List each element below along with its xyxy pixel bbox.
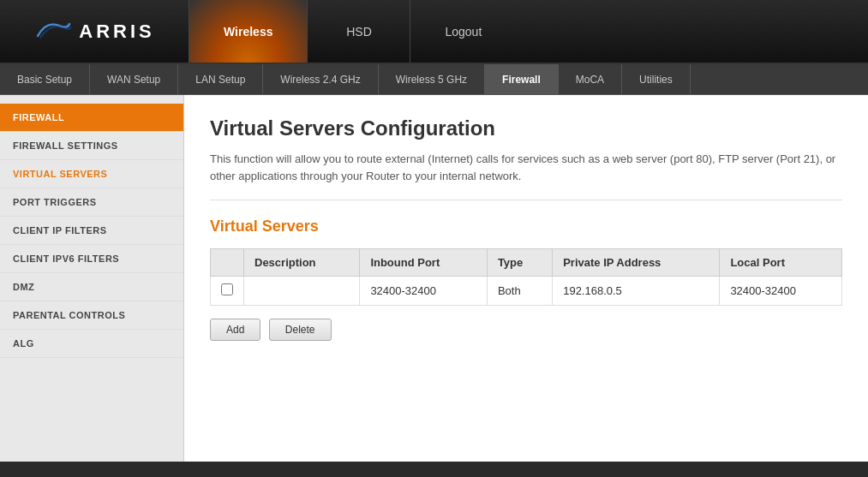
tab-firewall[interactable]: Firewall	[485, 64, 559, 94]
tab-basic-setup[interactable]: Basic Setup	[0, 64, 90, 94]
row-inbound-port: 32400-32400	[360, 277, 488, 306]
col-header-inbound-port: Inbound Port	[360, 249, 488, 277]
sidebar-item-virtual-servers[interactable]: VIRTUAL SERVERS	[0, 160, 183, 188]
top-nav-tabs: Wireless HSD Logout	[189, 0, 516, 63]
row-description	[244, 277, 360, 306]
row-type: Both	[487, 277, 552, 306]
sidebar-item-alg[interactable]: ALG	[0, 330, 183, 358]
button-row: Add Delete	[210, 319, 842, 341]
top-bar: ARRIS Wireless HSD Logout	[0, 0, 868, 64]
row-checkbox-cell	[211, 277, 244, 306]
col-header-type: Type	[487, 249, 552, 277]
sidebar: FIREWALL FIREWALL SETTINGS VIRTUAL SERVE…	[0, 95, 184, 477]
top-nav-tab-wireless[interactable]: Wireless	[189, 0, 307, 63]
delete-button[interactable]: Delete	[269, 319, 332, 341]
logo: ARRIS	[33, 19, 154, 45]
brand-name: ARRIS	[79, 21, 154, 43]
col-header-checkbox	[211, 249, 244, 277]
tab-moca[interactable]: MoCA	[559, 64, 622, 94]
sidebar-item-dmz[interactable]: DMZ	[0, 273, 183, 301]
tab-utilities[interactable]: Utilities	[622, 64, 691, 94]
col-header-description: Description	[244, 249, 360, 277]
row-private-ip: 192.168.0.5	[553, 277, 720, 306]
page-description: This function will allow you to route ex…	[210, 151, 842, 200]
row-select-checkbox[interactable]	[221, 283, 233, 295]
top-nav-tab-logout[interactable]: Logout	[410, 0, 516, 63]
main-content: FIREWALL FIREWALL SETTINGS VIRTUAL SERVE…	[0, 95, 868, 477]
sidebar-item-firewall-settings[interactable]: FIREWALL SETTINGS	[0, 132, 183, 160]
virtual-servers-table: Description Inbound Port Type Private IP…	[210, 248, 842, 306]
logo-area: ARRIS	[0, 0, 189, 63]
add-button[interactable]: Add	[210, 319, 260, 341]
sidebar-item-parental-controls[interactable]: PARENTAL CONTROLS	[0, 301, 183, 330]
sidebar-item-firewall[interactable]: FIREWALL	[0, 104, 183, 132]
section-title: Virtual Servers	[210, 218, 842, 236]
col-header-private-ip: Private IP Address	[553, 249, 720, 277]
col-header-local-port: Local Port	[720, 249, 842, 277]
content-panel: Virtual Servers Configuration This funct…	[184, 95, 868, 477]
row-local-port: 32400-32400	[720, 277, 842, 306]
sidebar-item-client-ipv6-filters[interactable]: CLIENT IPV6 FILTERS	[0, 245, 183, 273]
second-nav: Basic Setup WAN Setup LAN Setup Wireless…	[0, 64, 868, 95]
sidebar-item-port-triggers[interactable]: PORT TRIGGERS	[0, 188, 183, 217]
tab-wireless-24[interactable]: Wireless 2.4 GHz	[263, 64, 378, 94]
tab-wireless-5[interactable]: Wireless 5 GHz	[379, 64, 485, 94]
arris-swoosh-icon	[33, 19, 72, 45]
top-nav-tab-hsd[interactable]: HSD	[307, 0, 410, 63]
tab-lan-setup[interactable]: LAN Setup	[178, 64, 263, 94]
page-title: Virtual Servers Configuration	[210, 116, 842, 140]
sidebar-item-client-ip-filters[interactable]: CLIENT IP FILTERS	[0, 217, 183, 245]
bottom-bar	[0, 462, 868, 477]
tab-wan-setup[interactable]: WAN Setup	[90, 64, 178, 94]
table-row: 32400-32400 Both 192.168.0.5 32400-32400	[211, 277, 842, 306]
